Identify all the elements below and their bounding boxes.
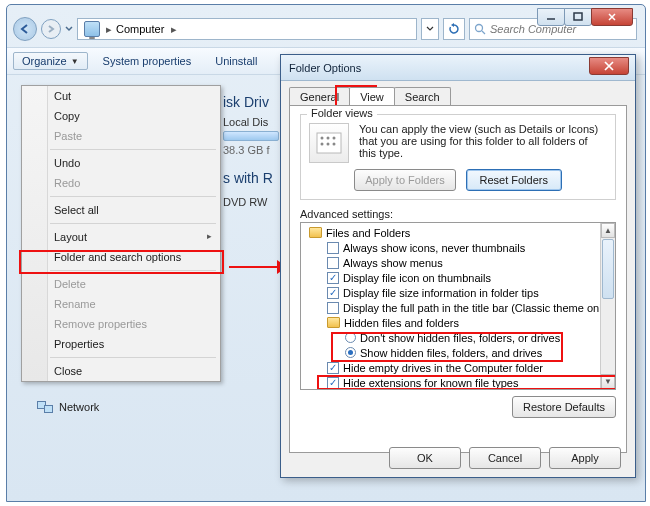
tree-files-and-folders: Files and Folders xyxy=(305,225,611,240)
tree-always-icons[interactable]: Always show icons, never thumbnails xyxy=(305,240,611,255)
folder-views-group: Folder views You can apply the view (suc… xyxy=(300,114,616,200)
tree-dont-show-hidden[interactable]: Don't show hidden files, folders, or dri… xyxy=(305,330,611,345)
tab-strip: General View Search xyxy=(281,81,635,105)
chevron-right-icon: ▸ xyxy=(104,23,114,36)
ok-button[interactable]: OK xyxy=(389,447,461,469)
folder-icon xyxy=(309,227,322,238)
svg-point-6 xyxy=(321,143,324,146)
tree-hidden-files-folder: Hidden files and folders xyxy=(305,315,611,330)
reset-folders-button[interactable]: Reset Folders xyxy=(466,169,562,191)
tree-always-menus[interactable]: Always show menus xyxy=(305,255,611,270)
menu-cut[interactable]: Cut xyxy=(22,86,220,106)
menu-rename[interactable]: Rename xyxy=(22,294,220,314)
search-icon xyxy=(474,23,486,35)
svg-point-1 xyxy=(476,25,483,32)
folder-views-text: You can apply the view (such as Details … xyxy=(359,123,607,163)
menu-select-all[interactable]: Select all xyxy=(22,200,220,220)
menu-properties[interactable]: Properties xyxy=(22,334,220,354)
menu-folder-search-options[interactable]: Folder and search options xyxy=(22,247,220,267)
back-button[interactable] xyxy=(13,17,37,41)
svg-point-5 xyxy=(333,137,336,140)
dialog-close-button[interactable] xyxy=(589,57,629,75)
folder-icon xyxy=(327,317,340,328)
tab-view[interactable]: View xyxy=(349,87,395,105)
close-button[interactable] xyxy=(591,8,633,26)
organize-context-menu: Cut Copy Paste Undo Redo Select all Layo… xyxy=(21,85,221,382)
svg-point-3 xyxy=(321,137,324,140)
tree-file-size-tips[interactable]: Display file size information in folder … xyxy=(305,285,611,300)
sidebar-item-network[interactable]: Network xyxy=(37,401,99,413)
address-bar[interactable]: ▸ Computer ▸ xyxy=(77,18,417,40)
annotation-arrow xyxy=(229,260,287,274)
menu-undo[interactable]: Undo xyxy=(22,153,220,173)
svg-point-8 xyxy=(333,143,336,146)
tree-full-path-titlebar[interactable]: Display the full path in the title bar (… xyxy=(305,300,611,315)
chevron-right-icon: ▸ xyxy=(171,23,177,36)
maximize-button[interactable] xyxy=(564,8,592,26)
network-label: Network xyxy=(59,401,99,413)
menu-delete[interactable]: Delete xyxy=(22,274,220,294)
capacity-bar xyxy=(223,131,279,141)
tabpage-view: Folder views You can apply the view (suc… xyxy=(289,105,627,453)
minimize-button[interactable] xyxy=(537,8,565,26)
svg-point-4 xyxy=(327,137,330,140)
tab-search[interactable]: Search xyxy=(394,87,451,105)
dialog-title: Folder Options xyxy=(281,55,635,81)
svg-point-7 xyxy=(327,143,330,146)
tree-scrollbar[interactable]: ▲ ▼ xyxy=(600,223,615,389)
menu-paste[interactable]: Paste xyxy=(22,126,220,146)
tree-show-hidden[interactable]: Show hidden files, folders, and drives xyxy=(305,345,611,360)
tree-hide-extensions[interactable]: Hide extensions for known file types xyxy=(305,375,611,390)
apply-to-folders-button[interactable]: Apply to Folders xyxy=(354,169,455,191)
menu-remove-properties[interactable]: Remove properties xyxy=(22,314,220,334)
organize-button[interactable]: Organize ▼ xyxy=(13,52,88,70)
scroll-down-button[interactable]: ▼ xyxy=(601,374,615,389)
computer-icon xyxy=(84,21,100,37)
uninstall-button[interactable]: Uninstall xyxy=(206,52,266,70)
menu-redo[interactable]: Redo xyxy=(22,173,220,193)
group-legend: Folder views xyxy=(307,107,377,119)
advanced-settings-tree[interactable]: Files and Folders Always show icons, nev… xyxy=(300,222,616,390)
tree-hide-empty-drives[interactable]: Hide empty drives in the Computer folder xyxy=(305,360,611,375)
apply-button[interactable]: Apply xyxy=(549,447,621,469)
menu-layout[interactable]: Layout xyxy=(22,227,220,247)
history-chevron-icon[interactable] xyxy=(65,24,73,34)
menu-close[interactable]: Close xyxy=(22,361,220,381)
cancel-button[interactable]: Cancel xyxy=(469,447,541,469)
advanced-settings-label: Advanced settings: xyxy=(300,208,616,220)
svg-rect-0 xyxy=(574,13,582,20)
menu-copy[interactable]: Copy xyxy=(22,106,220,126)
scroll-thumb[interactable] xyxy=(602,239,614,299)
breadcrumb-computer[interactable]: Computer xyxy=(114,19,171,39)
folder-views-icon xyxy=(309,123,349,163)
forward-button[interactable] xyxy=(41,19,61,39)
system-properties-button[interactable]: System properties xyxy=(94,52,201,70)
scroll-up-button[interactable]: ▲ xyxy=(601,223,615,238)
network-icon xyxy=(37,401,53,413)
restore-defaults-button[interactable]: Restore Defaults xyxy=(512,396,616,418)
tree-file-icon-thumbs[interactable]: Display file icon on thumbnails xyxy=(305,270,611,285)
refresh-button[interactable] xyxy=(443,18,465,40)
address-dropdown-button[interactable] xyxy=(421,18,439,40)
folder-options-dialog: Folder Options General View Search Folde… xyxy=(280,54,636,478)
tab-general[interactable]: General xyxy=(289,87,350,105)
